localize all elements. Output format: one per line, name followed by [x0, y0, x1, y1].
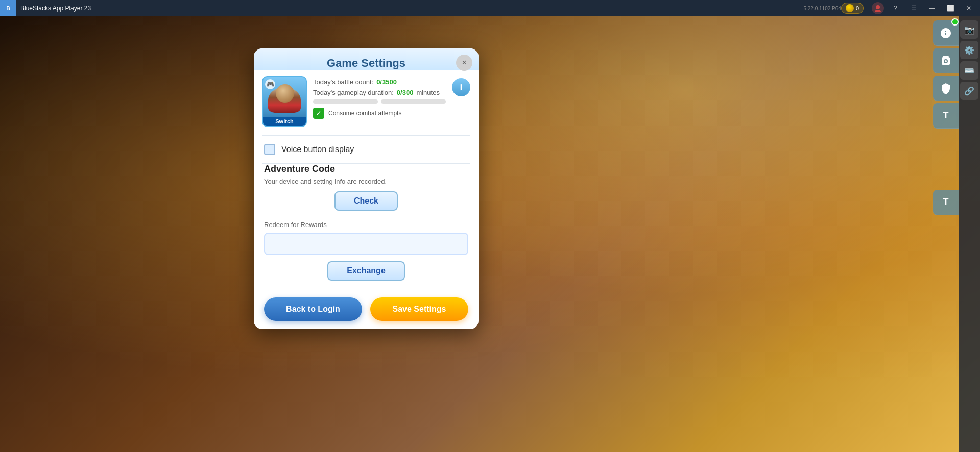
svg-point-2	[876, 5, 880, 9]
duration-progress-bar	[381, 99, 446, 104]
coin-icon	[846, 4, 854, 12]
minimize-btn[interactable]: —	[925, 1, 939, 15]
game-background	[0, 0, 980, 452]
close-btn[interactable]: ✕	[962, 1, 976, 15]
check-button[interactable]: Check	[334, 191, 398, 211]
notification-dot	[951, 18, 959, 26]
char-card-icon: 🎮	[265, 79, 275, 89]
stats-section: Today's battle count: 0/3500 Today's gam…	[313, 76, 446, 119]
battle-progress-bar	[313, 99, 378, 104]
battle-count-value: 0/3500	[376, 78, 397, 86]
coin-display: 0	[841, 3, 864, 14]
sidebar-keyboard-btn[interactable]: ⌨️	[960, 61, 978, 80]
duration-row: Today's gameplay duration: 0/300 minutes	[313, 89, 446, 96]
adventure-code-section: Adventure Code Your device and setting i…	[254, 164, 479, 289]
game-side-panels: T T	[933, 16, 959, 215]
voice-label: Voice button display	[281, 145, 354, 154]
titlebar: B BlueStacks App Player 23 5.22.0.1102 P…	[0, 0, 980, 16]
sidebar-screenshot-btn[interactable]: 📷	[960, 20, 978, 39]
redeem-label: Redeem for Rewards	[264, 221, 468, 229]
consume-row: ✓ Consume combat attempts	[313, 108, 446, 119]
avatar-btn[interactable]	[872, 2, 884, 14]
consume-label: Consume combat attempts	[328, 110, 401, 117]
game-panel-shield[interactable]	[933, 76, 959, 101]
game-panel-t1[interactable]: T	[933, 103, 959, 129]
battle-count-row: Today's battle count: 0/3500	[313, 78, 446, 86]
char-stats-section: 🎮 Switch Today's battle count: 0/3500 To…	[254, 76, 479, 135]
app-version: 5.22.0.1102 P64	[803, 6, 841, 11]
adventure-code-title: Adventure Code	[264, 164, 468, 174]
game-panel-t2[interactable]: T	[933, 190, 959, 215]
duration-value: 0/300	[397, 89, 414, 96]
dialog-close-btn[interactable]: ×	[456, 55, 472, 71]
consume-check-icon: ✓	[313, 108, 324, 119]
restore-btn[interactable]: ⬜	[943, 1, 958, 15]
duration-label: Today's gameplay duration:	[313, 89, 394, 96]
adventure-code-desc: Your device and setting info are recorde…	[264, 178, 468, 185]
voice-section: Voice button display	[254, 136, 479, 163]
duration-unit: minutes	[416, 89, 440, 96]
save-settings-button[interactable]: Save Settings	[370, 297, 468, 321]
sidebar-share-btn[interactable]: 🔗	[960, 82, 978, 100]
char-label: Switch	[263, 117, 306, 126]
redeem-input[interactable]	[264, 233, 468, 255]
svg-point-3	[875, 10, 881, 12]
coin-count: 0	[856, 5, 859, 11]
game-panel-camera[interactable]	[933, 48, 959, 73]
voice-checkbox[interactable]	[264, 144, 275, 155]
dialog-footer: Back to Login Save Settings	[254, 289, 479, 329]
exchange-button[interactable]: Exchange	[327, 261, 405, 281]
right-sidebar: 📷 ⚙️ ⌨️ 🔗	[959, 16, 980, 452]
svg-text:B: B	[6, 6, 10, 11]
help-btn[interactable]: ?	[888, 1, 902, 15]
battle-count-label: Today's battle count:	[313, 78, 373, 86]
back-to-login-button[interactable]: Back to Login	[264, 297, 362, 321]
game-settings-dialog: Game Settings × 🎮 Switch Today's battle …	[254, 48, 479, 329]
app-logo: B	[0, 0, 16, 16]
character-card[interactable]: 🎮 Switch	[262, 76, 307, 127]
info-btn[interactable]: i	[452, 78, 470, 96]
sidebar-settings-btn[interactable]: ⚙️	[960, 41, 978, 59]
dialog-title: Game Settings	[264, 57, 468, 70]
app-name: BlueStacks App Player 23	[20, 5, 801, 12]
menu-btn[interactable]: ☰	[906, 1, 921, 15]
dialog-header: Game Settings ×	[254, 48, 479, 70]
